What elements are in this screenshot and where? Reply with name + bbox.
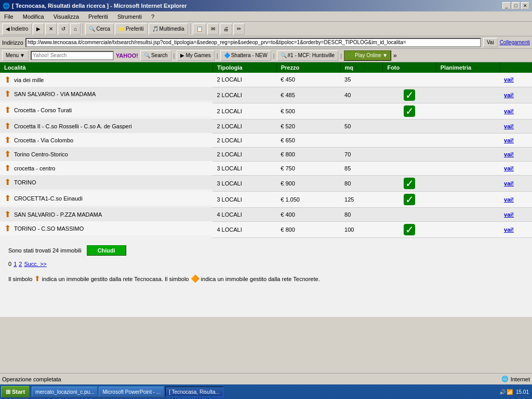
history-button[interactable]: 📋 bbox=[193, 23, 206, 35]
menu-modifica[interactable]: Modifica bbox=[21, 13, 46, 20]
price-cell: € 750 bbox=[276, 161, 340, 175]
vai-link[interactable]: vai! bbox=[504, 196, 514, 203]
planimetria-cell bbox=[436, 161, 500, 175]
vai-link[interactable]: vai! bbox=[504, 137, 514, 143]
vai-cell[interactable]: vai! bbox=[500, 119, 531, 133]
vai-link[interactable]: vai! bbox=[504, 76, 514, 83]
maximize-button[interactable]: □ bbox=[512, 2, 520, 9]
menu-preferiti[interactable]: Preferiti bbox=[86, 13, 110, 20]
taskbar-item-1[interactable]: Microsoft PowerPoint - ... bbox=[99, 387, 164, 397]
locality-text: Torino Centro-Storico bbox=[14, 151, 68, 157]
legend-green-icon: ⬆ bbox=[34, 274, 41, 283]
vai-link[interactable]: vai! bbox=[504, 151, 514, 157]
vai-cell[interactable]: vai! bbox=[500, 133, 531, 147]
menu-help[interactable]: ? bbox=[149, 13, 156, 20]
addressbar: Indirizzo Vai Collegamenti bbox=[0, 36, 532, 49]
vai-link[interactable]: vai! bbox=[504, 165, 514, 171]
start-button[interactable]: ⊞ Start bbox=[1, 386, 30, 397]
multimedia-button[interactable]: 🎵 Multimedia bbox=[149, 23, 188, 35]
vai-link[interactable]: vai! bbox=[504, 123, 514, 129]
minimize-button[interactable]: _ bbox=[502, 2, 511, 9]
page-2-link[interactable]: 2 bbox=[19, 261, 22, 267]
arrow-icon: ⬆ bbox=[4, 135, 11, 145]
foto-cell: ✓ bbox=[383, 87, 436, 103]
links-label[interactable]: Collegamenti bbox=[500, 39, 530, 45]
planimetria-cell bbox=[436, 103, 500, 119]
foto-cell bbox=[383, 119, 436, 133]
vai-cell[interactable]: vai! bbox=[500, 191, 531, 207]
foto-check-icon: ✓ bbox=[404, 105, 415, 117]
zone-text: Internet bbox=[511, 376, 530, 382]
search-icon: 🔍 bbox=[144, 52, 150, 58]
more-btn[interactable]: » bbox=[393, 52, 397, 59]
legend-text2: indica un immobile gestito dalla rete Te… bbox=[42, 276, 189, 282]
mail-button[interactable]: ✉ bbox=[207, 23, 219, 35]
vai-link[interactable]: vai! bbox=[504, 108, 514, 114]
foto-check-icon: ✓ bbox=[404, 194, 415, 205]
shattera-button[interactable]: 🔷 Shattera - NEW bbox=[220, 50, 271, 61]
header-foto: Foto bbox=[383, 62, 436, 73]
mcf-button[interactable]: 🔍 #1 - MCF: Huntsville bbox=[277, 50, 339, 61]
chiudi-button[interactable]: Chiudi bbox=[87, 245, 126, 256]
mygames-button[interactable]: ▶ My Games bbox=[177, 50, 214, 61]
window-titlebar: 🌐 [ Tecnocasa, Risultati della ricerca ]… bbox=[0, 0, 532, 11]
menu-strumenti[interactable]: Strumenti bbox=[115, 13, 144, 20]
vai-cell[interactable]: vai! bbox=[500, 161, 531, 175]
page-1-link[interactable]: 1 bbox=[14, 261, 17, 267]
sys-tray-icon1: 🔊 bbox=[499, 389, 506, 395]
home-button[interactable]: ⌂ bbox=[70, 23, 81, 35]
vai-cell[interactable]: vai! bbox=[500, 221, 531, 237]
fav-sep4: | bbox=[340, 52, 342, 59]
go-button[interactable]: Vai bbox=[483, 38, 498, 47]
status-right: 🌐 Internet bbox=[501, 376, 530, 382]
playonline-button[interactable]: 🌿 Play Online ▼ bbox=[344, 50, 391, 61]
print-button[interactable]: 🖨 bbox=[220, 23, 232, 35]
yahoo-logo: YAHOO! bbox=[116, 52, 138, 59]
result-count-row: Sono stati trovati 24 immobili Chiudi bbox=[4, 242, 528, 259]
edit-button[interactable]: ✏ bbox=[233, 23, 245, 35]
back-button[interactable]: ◀ Indietro bbox=[2, 23, 32, 35]
vai-cell[interactable]: vai! bbox=[500, 87, 531, 103]
vai-cell[interactable]: vai! bbox=[500, 207, 531, 221]
mcf-icon: 🔍 bbox=[281, 52, 287, 58]
yahoo-search-input[interactable] bbox=[31, 51, 114, 60]
vai-cell[interactable]: vai! bbox=[500, 103, 531, 119]
taskbar-item-0[interactable]: mercato_locazioni_c.pu... bbox=[32, 387, 98, 397]
current-page: 0 bbox=[8, 261, 11, 267]
search-button[interactable]: 🔍 Cerca bbox=[85, 23, 114, 35]
arrow-icon: ⬆ bbox=[4, 105, 11, 115]
planimetria-cell bbox=[436, 87, 500, 103]
vai-link[interactable]: vai! bbox=[504, 227, 514, 233]
stop-button[interactable]: ✕ bbox=[45, 23, 57, 35]
mq-cell bbox=[340, 103, 383, 119]
forward-button[interactable]: ▶ bbox=[33, 23, 44, 35]
vai-cell[interactable]: vai! bbox=[500, 175, 531, 191]
menubar: File Modifica Visualizza Preferiti Strum… bbox=[0, 11, 532, 22]
menu-button[interactable]: Menu ▼ bbox=[2, 50, 29, 61]
mq-cell: 40 bbox=[340, 87, 383, 103]
vai-link[interactable]: vai! bbox=[504, 180, 514, 187]
table-row: ⬆crocetta - centro3 LOCALI€ 75085vai! bbox=[0, 161, 532, 175]
vai-cell[interactable]: vai! bbox=[500, 147, 531, 161]
vai-cell[interactable]: vai! bbox=[500, 73, 531, 87]
table-row: ⬆Torino Centro-Storico2 LOCALI€ 80070vai… bbox=[0, 147, 532, 161]
address-label: Indirizzo bbox=[2, 39, 23, 46]
menu-visualizza[interactable]: Visualizza bbox=[51, 13, 81, 20]
favbar: Menu ▼ YAHOO! 🔍 Search | ▶ My Games | 🔷 … bbox=[0, 49, 532, 62]
next-page-link[interactable]: Succ. >> bbox=[24, 261, 46, 267]
foto-check-icon: ✓ bbox=[404, 224, 415, 235]
window-controls[interactable]: _ □ ✕ bbox=[502, 2, 529, 9]
arrow-icon: ⬆ bbox=[4, 209, 11, 219]
yahoo-search-button[interactable]: 🔍 Search bbox=[140, 50, 171, 61]
close-button[interactable]: ✕ bbox=[521, 2, 529, 9]
refresh-button[interactable]: ↺ bbox=[58, 23, 69, 35]
taskbar-item-2[interactable]: [ Tecnocasa, Risulta... bbox=[165, 387, 223, 397]
favorites-button[interactable]: ⭐ Preferiti bbox=[115, 23, 147, 35]
table-row: ⬆via dei mille2 LOCALI€ 45035vai! bbox=[0, 73, 532, 87]
address-input[interactable] bbox=[25, 38, 481, 47]
ie-icon: 🌐 bbox=[3, 3, 10, 9]
foto-cell: ✓ bbox=[383, 221, 436, 237]
vai-link[interactable]: vai! bbox=[504, 211, 514, 218]
vai-link[interactable]: vai! bbox=[504, 92, 514, 98]
menu-file[interactable]: File bbox=[2, 13, 16, 20]
